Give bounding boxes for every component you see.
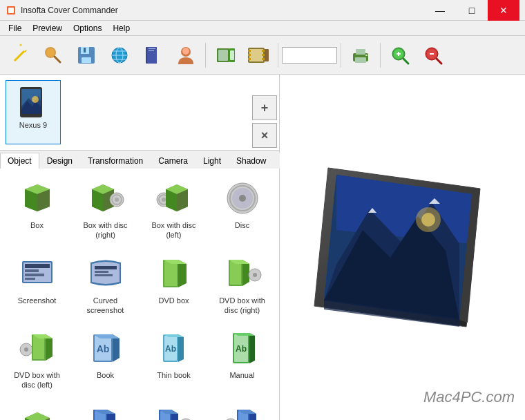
zoom-out-button[interactable] <box>417 39 449 71</box>
svg-text:Ab: Ab <box>236 344 247 354</box>
add-button[interactable]: + <box>252 95 277 120</box>
wand-button[interactable] <box>4 39 36 71</box>
obj-dvd-box-label: DVD box <box>158 296 189 305</box>
disc-icon <box>222 178 263 219</box>
obj-box-label: Box <box>30 220 44 230</box>
tabs: Object Design Transformation Camera Ligh… <box>0 151 279 169</box>
obj-vista-box[interactable]: Vista box <box>4 398 70 420</box>
maximize-button[interactable]: □ <box>456 0 488 21</box>
curved-screenshot-icon <box>85 253 126 294</box>
svg-rect-1 <box>8 8 14 13</box>
obj-dvd-box[interactable]: DVD box <box>141 248 207 321</box>
tab-design[interactable]: Design <box>39 153 80 169</box>
menu-file[interactable]: File <box>3 22 27 35</box>
svg-text:Ab: Ab <box>165 344 176 354</box>
svg-rect-38 <box>356 49 365 55</box>
menubar: File Preview Options Help <box>0 21 525 36</box>
svg-rect-34 <box>262 58 265 60</box>
tab-light[interactable]: Light <box>195 153 229 169</box>
svg-rect-82 <box>25 278 35 280</box>
tab-object[interactable]: Object <box>0 153 39 169</box>
object-grid: Box Box with disc (right) <box>0 169 279 420</box>
globe-button[interactable] <box>104 39 135 71</box>
close-button[interactable]: ✕ <box>488 0 519 21</box>
print-button[interactable] <box>345 39 376 71</box>
device-thumb <box>12 85 54 120</box>
obj-screenshot[interactable]: Screenshot <box>4 248 70 321</box>
svg-marker-114 <box>249 333 255 363</box>
svg-rect-32 <box>262 50 265 52</box>
svg-rect-87 <box>164 261 177 286</box>
obj-book[interactable]: Ab Book <box>73 323 138 395</box>
svg-rect-91 <box>230 261 241 285</box>
obj-curved-screenshot[interactable]: Curved screenshot <box>73 248 138 321</box>
obj-dvd-disc-right[interactable]: DVD box with disc (right) <box>209 248 275 321</box>
svg-rect-85 <box>95 274 113 276</box>
plus-icon: + <box>261 101 269 115</box>
obj-dvd-disc-right-label: DVD box with disc (right) <box>213 296 271 316</box>
preview-area <box>294 88 515 406</box>
menu-options[interactable]: Options <box>68 22 107 35</box>
animation-button[interactable] <box>242 39 274 71</box>
obj-book-label: Book <box>97 370 114 380</box>
svg-rect-20 <box>149 50 154 51</box>
dvd-disc-left-icon <box>17 327 58 369</box>
remove-button[interactable]: × <box>252 123 277 148</box>
bluray-disc-left-icon <box>222 403 263 420</box>
tab-transformation[interactable]: Transformation <box>80 153 151 169</box>
size-input[interactable] <box>282 47 337 64</box>
obj-bluray-disc-left[interactable]: Blu-ray with disc (left) <box>209 398 275 420</box>
avatar-button[interactable] <box>170 39 202 71</box>
action-buttons: + × <box>252 95 277 148</box>
obj-manual-label: Manual <box>229 370 254 380</box>
book-icon: Ab <box>85 327 126 369</box>
bluray-box-icon <box>85 403 126 420</box>
svg-point-95 <box>253 273 257 277</box>
svg-point-6 <box>46 48 55 57</box>
bluray-disc-right-icon <box>153 403 195 420</box>
svg-rect-81 <box>25 274 44 276</box>
obj-bluray-disc-right[interactable]: Blu-ray with disc (right) <box>141 398 207 420</box>
menu-preview[interactable]: Preview <box>27 22 68 35</box>
help-button[interactable] <box>137 39 169 71</box>
obj-disc-label: Disc <box>235 220 249 230</box>
svg-line-2 <box>15 51 24 61</box>
toolbar-separator-3 <box>341 43 341 68</box>
svg-point-67 <box>162 198 166 202</box>
svg-rect-31 <box>248 58 251 60</box>
device-item-nexus9[interactable]: Nexus 9 <box>6 80 61 144</box>
tab-camera[interactable]: Camera <box>151 153 195 169</box>
obj-disc[interactable]: Disc <box>209 173 275 245</box>
svg-rect-33 <box>262 54 265 56</box>
obj-box-disc-right[interactable]: Box with disc (right) <box>73 173 138 245</box>
vista-box-icon <box>17 403 58 420</box>
window-controls: — □ ✕ <box>424 0 519 21</box>
obj-box-disc-left-label: Box with disc (left) <box>144 220 203 240</box>
obj-dvd-disc-left[interactable]: DVD box with disc (left) <box>4 323 70 395</box>
export-button[interactable] <box>209 39 241 71</box>
svg-marker-109 <box>178 334 184 362</box>
minimize-button[interactable]: — <box>424 0 456 21</box>
obj-thin-book[interactable]: Ab Thin book <box>141 323 207 395</box>
box-disc-left-icon <box>153 178 195 219</box>
svg-rect-30 <box>248 54 251 56</box>
obj-box-disc-left[interactable]: Box with disc (left) <box>141 173 207 245</box>
obj-box[interactable]: Box <box>4 173 70 245</box>
times-icon: × <box>261 128 269 143</box>
obj-thin-book-label: Thin book <box>157 370 190 380</box>
tab-shadow[interactable]: Shadow <box>229 153 274 169</box>
save-button[interactable] <box>70 39 102 71</box>
svg-text:Ab: Ab <box>96 343 109 354</box>
menu-help[interactable]: Help <box>107 22 135 35</box>
preview-device <box>294 154 515 341</box>
device-list: Nexus 9 <box>0 75 279 151</box>
svg-point-64 <box>115 198 119 202</box>
svg-rect-11 <box>84 48 86 52</box>
svg-line-48 <box>437 59 441 64</box>
svg-rect-19 <box>149 48 155 49</box>
open-button[interactable] <box>37 39 69 71</box>
zoom-in-button[interactable] <box>384 39 416 71</box>
obj-bluray-box[interactable]: Blu-ray box <box>73 398 138 420</box>
obj-screenshot-label: Screenshot <box>18 296 57 305</box>
obj-manual[interactable]: Ab Manual <box>209 323 275 395</box>
